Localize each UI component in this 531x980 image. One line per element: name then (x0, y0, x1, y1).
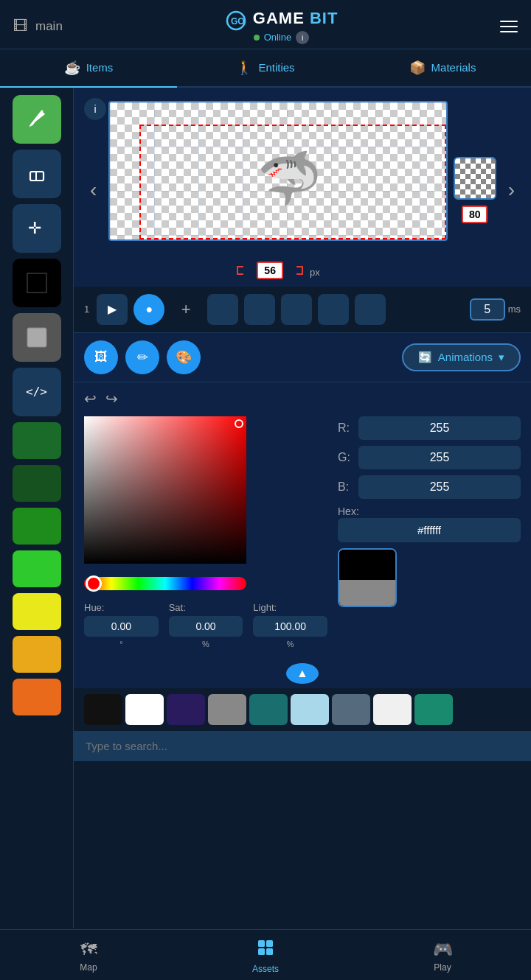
color-gradient[interactable] (84, 416, 246, 564)
checkerboard-thumb (454, 157, 496, 200)
svg-rect-10 (258, 940, 265, 947)
redo-button[interactable]: ↪ (105, 390, 118, 407)
nav-assets[interactable]: Assets (177, 930, 354, 980)
hue-label: Hue: (84, 602, 159, 613)
sprite-info-icon[interactable]: i (84, 98, 106, 120)
chevron-down-icon: ▾ (499, 351, 504, 364)
tab-materials[interactable]: 📦 Materials (354, 49, 531, 86)
palette-swatch-4[interactable] (249, 694, 288, 725)
svg-text:GO: GO (231, 16, 245, 27)
width-input[interactable]: 56 (257, 262, 283, 279)
hue-input[interactable] (84, 616, 159, 637)
light-unit: % (253, 640, 327, 648)
color-swatch-5[interactable] (13, 593, 61, 630)
header-center: GO GAME BIT Online i (224, 9, 338, 44)
animations-button[interactable]: 🔄 Animations ▾ (402, 343, 521, 371)
materials-icon: 📦 (409, 60, 426, 76)
palette-swatch-0[interactable] (84, 694, 122, 725)
pencil-tool[interactable] (13, 95, 61, 144)
palette-swatch-6[interactable] (332, 694, 370, 725)
film-icon: 🎞 (13, 18, 28, 35)
light-input[interactable] (253, 616, 327, 637)
sat-group: Sat: % (169, 602, 243, 648)
palette-button[interactable]: 🎨 (167, 340, 201, 374)
gallery-button[interactable]: 🖼 (84, 340, 118, 374)
r-input[interactable] (358, 416, 521, 440)
left-toolbar: ✛ </> (0, 88, 74, 928)
info-icon[interactable]: i (296, 31, 309, 44)
palette-swatch-5[interactable] (291, 694, 329, 725)
hex-label: Hex: (338, 505, 359, 517)
color-swatch-1[interactable] (13, 422, 61, 459)
tab-items[interactable]: ☕ Items (0, 49, 177, 88)
hamburger-menu[interactable] (500, 21, 518, 32)
next-frame-arrow[interactable]: › (502, 175, 521, 205)
online-dot (254, 35, 260, 41)
frame-btn-1[interactable] (207, 294, 238, 325)
sprite-canvas-wrapper: 🦈 56 px (108, 101, 447, 279)
light-gradient (84, 416, 246, 564)
select-tool[interactable] (13, 313, 61, 362)
frame-counter: 1 (84, 304, 91, 315)
dimensions-row: 56 px (108, 262, 447, 279)
tab-materials-label: Materials (431, 61, 476, 74)
color-values: R: G: B: Hex: (338, 416, 521, 607)
sprite-canvas[interactable]: 🦈 (108, 101, 447, 241)
sat-unit: % (169, 640, 243, 648)
palette-swatch-7[interactable] (373, 694, 412, 725)
palette-swatch-8[interactable] (414, 694, 453, 725)
color-swatch-3[interactable] (13, 508, 61, 545)
palette-swatch-2[interactable] (167, 694, 205, 725)
edit-button[interactable]: ✏ (125, 340, 159, 374)
ms-input[interactable]: 5 (470, 298, 505, 321)
gradient-col: Hue: ° Sat: % Light: % (84, 416, 327, 648)
online-status: Online i (254, 31, 310, 44)
animation-controls: 1 ▶ ● + 5 ms (74, 287, 531, 332)
frame-btn-4[interactable] (318, 294, 349, 325)
color-picker-body: Hue: ° Sat: % Light: % (84, 416, 521, 648)
prev-frame-arrow[interactable]: ‹ (84, 175, 103, 205)
undo-button[interactable]: ↩ (84, 390, 97, 407)
color-swatch-4[interactable] (13, 550, 61, 587)
hex-input[interactable] (338, 518, 521, 542)
move-tool[interactable]: ✛ (13, 204, 61, 253)
sat-input[interactable] (169, 616, 243, 637)
nav-assets-label: Assets (252, 964, 279, 974)
collapse-row: ▲ (74, 656, 531, 688)
palette-swatch-1[interactable] (125, 694, 164, 725)
right-panel: 80 (454, 157, 496, 223)
hue-cursor (86, 575, 102, 592)
color-swatch-6[interactable] (13, 636, 61, 673)
collapse-button[interactable]: ▲ (286, 663, 319, 684)
frame-btn-5[interactable] (355, 294, 386, 325)
header-left: 🎞 main (13, 18, 63, 35)
palette-row (74, 688, 531, 731)
code-tool[interactable]: </> (13, 368, 61, 416)
b-input[interactable] (358, 475, 521, 499)
palette-swatch-3[interactable] (208, 694, 246, 725)
color-swatch-2[interactable] (13, 465, 61, 502)
color-picker-section: ↩ ↪ (74, 382, 531, 656)
svg-rect-9 (27, 328, 46, 347)
tab-entities[interactable]: 🚶 Entities (177, 49, 354, 86)
nav-play[interactable]: 🎮 Play (354, 930, 531, 980)
nav-map[interactable]: 🗺 Map (0, 930, 177, 980)
add-frame-button[interactable]: + (170, 294, 201, 325)
color-swatch-7[interactable] (13, 679, 61, 715)
play-button[interactable]: ▶ (97, 294, 128, 325)
height-input[interactable]: 80 (462, 206, 488, 223)
color-fill-tool[interactable] (13, 259, 61, 307)
eraser-tool[interactable] (13, 150, 61, 198)
search-input[interactable] (86, 740, 519, 752)
frame-btn-2[interactable] (244, 294, 275, 325)
svg-text:✛: ✛ (28, 219, 41, 237)
hue-bar[interactable] (84, 577, 246, 590)
frame-circle[interactable]: ● (133, 294, 164, 325)
sprite-canvas-row: i ‹ 🦈 56 (84, 101, 521, 279)
g-input[interactable] (358, 446, 521, 469)
width-bracket-left (236, 265, 251, 276)
frame-btn-3[interactable] (281, 294, 312, 325)
nav-map-label: Map (80, 962, 97, 973)
logo-game: GAME (253, 9, 310, 27)
entities-icon: 🚶 (236, 60, 252, 76)
